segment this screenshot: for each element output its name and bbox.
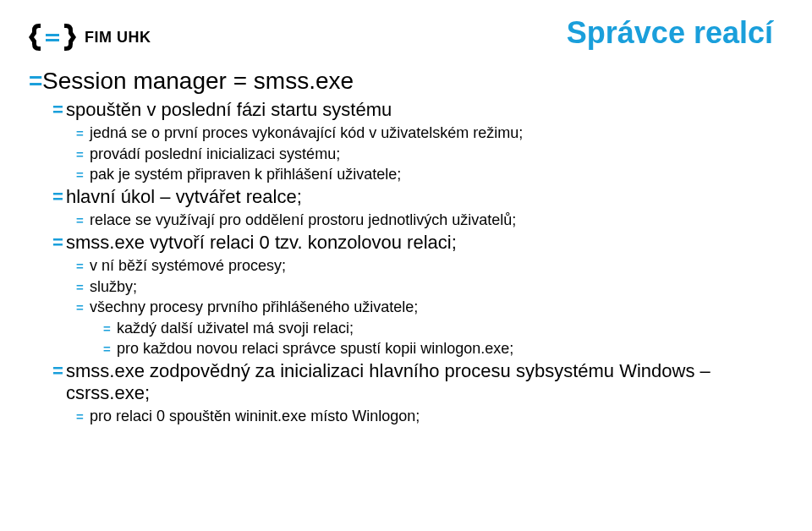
content-list: =pro relaci 0 spouštěn wininit.exe místo… — [76, 407, 778, 426]
list-item: =smss.exe zodpovědný za inicializaci hla… — [52, 360, 778, 405]
item-text: hlavní úkol – vytvářet realce; — [66, 186, 778, 208]
content-list: =smss.exe vytvoří relaci 0 tzv. konzolov… — [52, 232, 778, 254]
svg-rect-1 — [46, 39, 59, 41]
logo: FIM UHK — [29, 20, 151, 54]
list-item: =pro každou novou relaci správce spustí … — [103, 339, 778, 359]
slide: FIM UHK Správce realcí =Session manager … — [0, 0, 812, 531]
item-text: pro každou novou relaci správce spustí k… — [117, 339, 778, 359]
list-item: =pak je systém připraven k přihlášení už… — [76, 165, 778, 184]
list-item: =jedná se o první proces vykonávající kó… — [76, 123, 778, 143]
content-list: =hlavní úkol – vytvářet realce; — [52, 186, 778, 208]
bullet-icon: = — [76, 213, 90, 229]
bullet-icon: = — [52, 186, 66, 208]
bullet-icon: = — [52, 360, 66, 382]
item-text: relace se využívají pro oddělení prostor… — [90, 211, 778, 230]
item-text: provádí poslední inicializaci systému; — [90, 145, 778, 164]
list-item: =v ní běží systémové procesy; — [76, 256, 778, 276]
list-item: =každý další uživatel má svoji relaci; — [103, 319, 778, 338]
bullet-icon: = — [29, 66, 42, 96]
item-text: smss.exe zodpovědný za inicializaci hlav… — [66, 360, 778, 405]
item-text: každý další uživatel má svoji relaci; — [117, 319, 778, 338]
item-text: pro relaci 0 spouštěn wininit.exe místo … — [90, 407, 778, 426]
item-text: služby; — [90, 277, 778, 297]
list-item: =relace se využívají pro oddělení prosto… — [76, 211, 778, 230]
content-list: =jedná se o první proces vykonávající kó… — [76, 123, 778, 184]
bullet-icon: = — [76, 147, 90, 163]
list-item: =provádí poslední inicializaci systému; — [76, 145, 778, 164]
svg-rect-0 — [46, 34, 59, 36]
list-item: =Session manager = smss.exe — [29, 66, 778, 96]
content-list: =každý další uživatel má svoji relaci; =… — [103, 319, 778, 359]
item-text: Session manager = smss.exe — [42, 66, 778, 96]
list-item: =všechny procesy prvního přihlášeného už… — [76, 298, 778, 317]
content-list: =v ní běží systémové procesy; =služby; =… — [76, 256, 778, 317]
bullet-icon: = — [76, 259, 90, 275]
list-item: =spouštěn v poslední fázi startu systému — [52, 99, 778, 121]
content-list: =smss.exe zodpovědný za inicializaci hla… — [52, 360, 778, 405]
item-text: všechny procesy prvního přihlášeného uži… — [90, 298, 778, 317]
bullet-icon: = — [103, 342, 117, 358]
bullet-icon: = — [76, 126, 90, 142]
logo-text: FIM UHK — [85, 29, 151, 47]
list-item: =smss.exe vytvoří relaci 0 tzv. konzolov… — [52, 232, 778, 254]
item-text: spouštěn v poslední fázi startu systému — [66, 99, 778, 121]
list-item: =hlavní úkol – vytvářet realce; — [52, 186, 778, 208]
bullet-icon: = — [52, 232, 66, 254]
bullet-icon: = — [103, 321, 117, 337]
item-text: smss.exe vytvoří relaci 0 tzv. konzolovo… — [66, 232, 778, 254]
list-item: =pro relaci 0 spouštěn wininit.exe místo… — [76, 407, 778, 426]
content-list: =relace se využívají pro oddělení prosto… — [76, 211, 778, 230]
item-text: jedná se o první proces vykonávající kód… — [90, 123, 778, 143]
bullet-icon: = — [52, 99, 66, 121]
list-item: =služby; — [76, 277, 778, 297]
bullet-icon: = — [76, 280, 90, 296]
bullet-icon: = — [76, 409, 90, 425]
bullet-icon: = — [76, 167, 90, 183]
header: FIM UHK Správce realcí — [29, 15, 778, 54]
content-list: =spouštěn v poslední fázi startu systému — [52, 99, 778, 121]
fim-uhk-logo-icon — [29, 20, 76, 54]
item-text: v ní běží systémové procesy; — [90, 256, 778, 276]
page-title: Správce realcí — [567, 15, 773, 51]
content-list: =Session manager = smss.exe — [29, 66, 778, 96]
bullet-icon: = — [76, 300, 90, 316]
item-text: pak je systém připraven k přihlášení uži… — [90, 165, 778, 184]
